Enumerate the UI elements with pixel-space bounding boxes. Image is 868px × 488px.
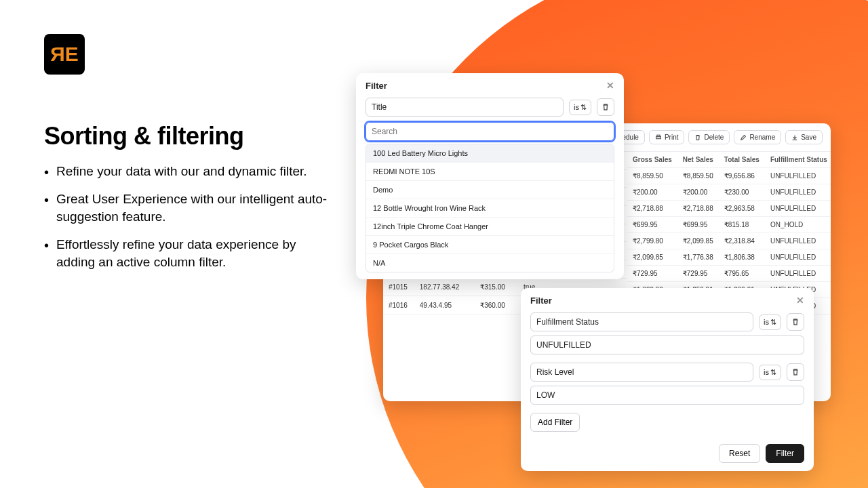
table-row[interactable]: ₹2,718.88₹2,718.88₹2,963.58UNFULFILLEDtr… xyxy=(627,201,831,217)
remove-filter-button[interactable] xyxy=(597,98,614,116)
app-logo: RE xyxy=(44,34,85,75)
feature-item: Refine your data with our and dynamic fi… xyxy=(44,163,329,181)
trash-icon xyxy=(791,318,800,326)
filter-option[interactable]: 12inch Triple Chrome Coat Hanger xyxy=(366,218,614,236)
table-row[interactable]: ₹200.00₹200.00₹230.00UNFULFILLEDtrue xyxy=(627,184,831,201)
delete-button[interactable]: Delete xyxy=(688,130,730,144)
filter-heading: Filter xyxy=(366,81,387,91)
print-icon xyxy=(655,134,662,141)
filter-operator[interactable]: is⇅ xyxy=(759,314,781,330)
operator-label: is xyxy=(764,318,769,326)
filter-group: Fulfillment Status is⇅ UNFULFILLED xyxy=(530,312,804,354)
operator-label: is xyxy=(764,368,769,376)
print-button[interactable]: Print xyxy=(649,130,685,144)
col-net[interactable]: Net Sales xyxy=(677,152,719,168)
trash-icon xyxy=(601,103,610,111)
button-label: Print xyxy=(665,134,679,141)
filter-field-select[interactable]: Fulfillment Status xyxy=(530,312,753,331)
filter-heading: Filter xyxy=(530,296,552,306)
page-title: Sorting & filtering xyxy=(44,122,329,150)
close-icon[interactable]: ✕ xyxy=(606,80,614,91)
table-row[interactable]: ₹699.95₹699.95₹815.18ON_HOLDtrue xyxy=(627,217,831,233)
filter-popover-title: Filter ✕ Title is⇅ 100 Led Battery Micro… xyxy=(356,73,624,279)
filter-group: Risk Level is⇅ LOW xyxy=(530,363,804,405)
table-row[interactable]: ₹8,859.50₹8,859.50₹9,656.86UNFULFILLEDtr… xyxy=(627,168,831,184)
remove-filter-button[interactable] xyxy=(787,363,804,381)
rename-button[interactable]: Rename xyxy=(734,130,781,144)
marketing-column: RE Sorting & filtering Refine your data … xyxy=(44,34,329,281)
close-icon[interactable]: ✕ xyxy=(796,295,804,306)
chevron-updown-icon: ⇅ xyxy=(770,318,776,327)
filter-field-select[interactable]: Title xyxy=(366,98,564,117)
pencil-icon xyxy=(740,134,747,141)
col-gross[interactable]: Gross Sales xyxy=(627,152,677,168)
feature-item: Great User Experience with our intellige… xyxy=(44,190,329,226)
filter-field-select[interactable]: Risk Level xyxy=(530,363,753,382)
table-row[interactable]: ₹2,799.80₹2,099.85₹2,318.84UNFULFILLEDtr… xyxy=(627,233,831,249)
filter-search-input[interactable] xyxy=(366,122,614,141)
trash-icon xyxy=(791,368,800,376)
chevron-updown-icon: ⇅ xyxy=(580,103,587,112)
feature-list: Refine your data with our and dynamic fi… xyxy=(44,163,329,272)
filter-option[interactable]: Demo xyxy=(366,181,614,199)
reset-button[interactable]: Reset xyxy=(719,444,760,463)
trash-icon xyxy=(694,134,701,141)
button-label: Rename xyxy=(749,134,775,141)
remove-filter-button[interactable] xyxy=(787,313,804,331)
apply-filter-button[interactable]: Filter xyxy=(766,444,804,463)
save-icon xyxy=(791,134,798,141)
filter-operator[interactable]: is⇅ xyxy=(759,365,781,380)
filter-option[interactable]: 9 Pocket Cargos Black xyxy=(366,236,614,254)
col-fulfillment[interactable]: Fulfillment Status xyxy=(765,152,831,168)
col-total[interactable]: Total Sales xyxy=(719,152,765,168)
filter-option[interactable]: 100 Led Battery Micro Lights xyxy=(366,144,614,163)
table-row[interactable]: ₹729.95₹729.95₹795.65UNFULFILLEDtrue xyxy=(627,266,831,282)
table-row[interactable]: ₹2,099.85₹1,776.38₹1,806.38UNFULFILLEDtr… xyxy=(627,249,831,266)
button-label: Delete xyxy=(704,134,724,141)
feature-item: Effortlessly refine your data experience… xyxy=(44,236,329,272)
filter-value-input[interactable]: LOW xyxy=(530,386,804,405)
save-button[interactable]: Save xyxy=(785,130,823,144)
filter-option[interactable]: REDMI NOTE 10S xyxy=(366,163,614,181)
svg-rect-4 xyxy=(657,135,660,137)
button-label: Save xyxy=(801,134,816,141)
filter-operator[interactable]: is⇅ xyxy=(569,100,591,115)
operator-label: is xyxy=(574,103,579,111)
filter-autocomplete-list: 100 Led Battery Micro LightsREDMI NOTE 1… xyxy=(366,144,614,272)
filter-option[interactable]: 12 Bottle Wrought Iron Wine Rack xyxy=(366,199,614,218)
filter-popover-multi: Filter ✕ Fulfillment Status is⇅ UNFULFIL… xyxy=(521,288,814,471)
add-filter-button[interactable]: Add Filter xyxy=(530,413,580,432)
chevron-updown-icon: ⇅ xyxy=(770,368,776,377)
filter-option[interactable]: N/A xyxy=(366,254,614,272)
filter-value-input[interactable]: UNFULFILLED xyxy=(530,336,804,354)
